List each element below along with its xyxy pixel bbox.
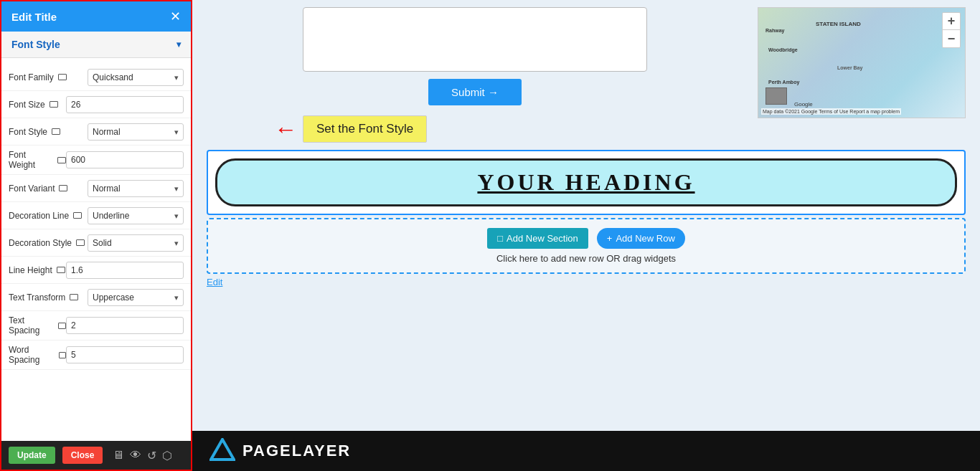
font-family-label: Font Family (9, 72, 88, 82)
add-hint-label: Click here to add new row OR drag widget… (496, 253, 676, 264)
font-weight-input[interactable] (66, 151, 184, 168)
font-style-label: Font Style (9, 127, 88, 137)
map-lower-bay-label: Lower Bay (837, 65, 862, 70)
decoration-style-select-wrap: Solid Dashed Dotted Double Wavy (88, 234, 184, 252)
form-area: Submit → ← Set the Font Style (207, 7, 743, 143)
font-style-monitor-icon (52, 128, 60, 135)
text-area-input[interactable] (303, 7, 647, 72)
panel-title: Edit Title (11, 11, 57, 23)
page-footer: PAGELAYER (192, 431, 980, 471)
decoration-style-monitor-icon (76, 239, 85, 246)
decoration-line-select[interactable]: Underline None Overline Line-through (88, 207, 184, 224)
font-weight-label: Font Weight (9, 150, 66, 170)
add-new-row-button[interactable]: + Add New Row (597, 228, 685, 249)
text-spacing-label: Text Spacing (9, 315, 66, 336)
font-weight-monitor-icon (57, 157, 66, 163)
font-variant-label: Font Variant (9, 184, 88, 194)
add-row-label: Add New Row (616, 233, 674, 244)
decoration-style-row: Decoration Style Solid Dashed Dotted Dou… (1, 229, 191, 257)
svg-marker-1 (217, 448, 228, 458)
map-thumbnail (765, 87, 787, 105)
line-height-label: Line Height (9, 265, 66, 275)
top-section: Submit → ← Set the Font Style STATEN ISL… (192, 0, 980, 150)
decoration-line-monitor-icon (73, 212, 82, 219)
font-style-select-wrap: Normal Italic Oblique (88, 123, 184, 141)
map-zoom-in-button[interactable]: + (943, 13, 960, 30)
map-zoom-out-button[interactable]: − (943, 30, 960, 47)
decoration-style-select[interactable]: Solid Dashed Dotted Double Wavy (88, 234, 184, 252)
add-row-icon: + (607, 233, 613, 244)
text-transform-select[interactable]: Uppercase Lowercase Capitalize None (88, 289, 184, 306)
map-area: STATEN ISLAND Rahway Woodbridge Perth Am… (758, 7, 966, 118)
annotation-area: ← Set the Font Style (274, 115, 676, 143)
add-row-buttons: □ Add New Section + Add New Row (487, 228, 685, 249)
annotation-box: Set the Font Style (303, 115, 427, 143)
update-button[interactable]: Update (9, 447, 55, 464)
text-transform-row: Text Transform Uppercase Lowercase Capit… (1, 284, 191, 311)
decoration-line-select-wrap: Underline None Overline Line-through (88, 207, 184, 224)
font-family-select-wrap: Quicksand Arial Georgia (88, 69, 184, 86)
map-staten-island-label: STATEN ISLAND (816, 21, 861, 27)
font-family-monitor-icon (58, 74, 67, 80)
font-variant-row: Font Variant Normal Small-caps (1, 175, 191, 202)
font-style-row: Font Style Normal Italic Oblique (1, 118, 191, 146)
font-style-section-header[interactable]: Font Style ▾ (1, 32, 191, 58)
history-icon[interactable]: ↺ (147, 449, 156, 462)
font-style-section-label: Font Style (11, 39, 60, 50)
text-spacing-input[interactable] (66, 317, 184, 334)
map-footer-label: Map data ©2021 Google Terms of Use Repor… (761, 108, 901, 115)
font-variant-select-wrap: Normal Small-caps (88, 180, 184, 197)
line-height-monitor-icon (57, 267, 65, 273)
add-section-label: Add New Section (507, 233, 578, 244)
map-placeholder: STATEN ISLAND Rahway Woodbridge Perth Am… (758, 8, 965, 118)
font-weight-row: Font Weight (1, 146, 191, 175)
annotation-label: Set the Font Style (316, 122, 413, 135)
close-button[interactable]: Close (62, 447, 103, 464)
font-style-chevron-icon: ▾ (176, 39, 181, 49)
font-variant-monitor-icon (59, 185, 67, 191)
add-section-icon: □ (497, 233, 503, 244)
map-perth-amboy-label: Perth Amboy (768, 80, 799, 85)
decoration-style-label: Decoration Style (9, 238, 88, 248)
font-style-select[interactable]: Normal Italic Oblique (88, 123, 184, 141)
logo-icon (209, 438, 235, 464)
eye-icon[interactable]: 👁 (130, 449, 141, 462)
map-google-label: Google (794, 101, 813, 108)
word-spacing-label: Word Spacing (9, 345, 66, 365)
submit-button[interactable]: Submit → (428, 79, 522, 105)
edit-link[interactable]: Edit (207, 277, 966, 287)
word-spacing-monitor-icon (59, 352, 66, 358)
add-section-row: □ Add New Section + Add New Row Click he… (207, 218, 966, 274)
line-height-row: Line Height (1, 257, 191, 284)
desktop-icon[interactable]: 🖥 (113, 449, 124, 462)
heading-box: YOUR HEADING (215, 158, 957, 206)
heading-section: YOUR HEADING (207, 150, 966, 215)
heading-text: YOUR HEADING (477, 169, 694, 195)
main-area: Submit → ← Set the Font Style STATEN ISL… (192, 0, 980, 471)
font-family-select[interactable]: Quicksand Arial Georgia (88, 69, 184, 86)
logo-name: PAGELAYER (242, 442, 351, 460)
word-spacing-input[interactable] (66, 346, 184, 363)
left-panel: Edit Title ✕ Font Style ▾ Font Family Qu… (0, 0, 192, 471)
font-size-monitor-icon (50, 101, 58, 108)
panel-body: Font Family Quicksand Arial Georgia Font… (1, 58, 191, 441)
map-woodbridge-label: Woodbridge (768, 47, 798, 52)
panel-close-button[interactable]: ✕ (170, 9, 181, 24)
network-icon[interactable]: ⬡ (162, 449, 172, 462)
font-size-row: Font Size (1, 91, 191, 118)
font-variant-select[interactable]: Normal Small-caps (88, 180, 184, 197)
toolbar-icons: 🖥 👁 ↺ ⬡ (113, 449, 172, 462)
font-size-input[interactable] (66, 96, 184, 113)
text-spacing-monitor-icon (58, 323, 66, 329)
arrow-icon: ← (274, 116, 297, 143)
line-height-input[interactable] (66, 262, 184, 279)
panel-toolbar: Update Close 🖥 👁 ↺ ⬡ (1, 441, 191, 470)
pagelayer-logo: PAGELAYER (209, 438, 351, 464)
font-family-row: Font Family Quicksand Arial Georgia (1, 64, 191, 91)
decoration-line-row: Decoration Line Underline None Overline … (1, 202, 191, 229)
decoration-line-label: Decoration Line (9, 211, 88, 221)
add-new-section-button[interactable]: □ Add New Section (487, 228, 588, 249)
text-transform-select-wrap: Uppercase Lowercase Capitalize None (88, 289, 184, 306)
map-zoom-controls: + − (942, 12, 961, 48)
font-size-label: Font Size (9, 100, 66, 110)
